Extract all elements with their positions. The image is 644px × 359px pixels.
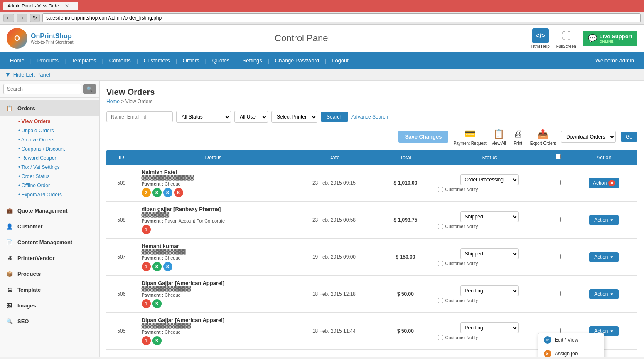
order-details-505: Dipan Gajjar [American Apparel] ▓▓▓▓▓▓▓▓… <box>137 313 290 350</box>
nav-orders[interactable]: Orders <box>177 52 205 69</box>
sidebar-item-content-management[interactable]: 📄 Content Management <box>0 234 99 250</box>
order-date-508: 23 Feb. 2015 00:58 <box>290 202 378 239</box>
icon-s7[interactable]: S <box>152 336 162 345</box>
customer-notify-509: Customer Notify <box>438 187 540 192</box>
sidebar-reward-coupon[interactable]: • Reward Coupon <box>15 154 99 163</box>
action-btn-509[interactable]: Action ✕ <box>589 178 619 188</box>
download-select[interactable]: Download Orders <box>561 131 616 143</box>
select-row-509[interactable] <box>556 180 561 185</box>
fullscreen-icon: ⛶ <box>558 28 575 43</box>
notify-check-505[interactable] <box>438 335 443 340</box>
sidebar-item-products[interactable]: 📦 Products <box>0 266 99 282</box>
th-details: Details <box>137 150 290 165</box>
sidebar-archive-orders[interactable]: • Archive Orders <box>15 135 99 144</box>
sidebar-item-quote-management[interactable]: 💼 Quote Management <box>0 203 99 218</box>
tab-close-btn[interactable]: ✕ <box>65 3 69 9</box>
export-orders-btn[interactable]: 📤 Export Orders <box>530 128 556 146</box>
panel-bar[interactable]: ▼ Hide Left Panel <box>0 69 644 81</box>
nav-change-password[interactable]: Change Password <box>269 52 325 69</box>
breadcrumb-home[interactable]: Home <box>106 99 120 104</box>
dropdown-edit-view[interactable]: ✏ Edit / View <box>538 333 604 347</box>
filter-search-btn[interactable]: Search <box>321 112 348 122</box>
view-all-btn[interactable]: 📋 View All <box>492 128 506 146</box>
icon-s6[interactable]: S <box>152 299 162 308</box>
view-all-label: View All <box>492 141 506 146</box>
address-bar[interactable] <box>42 13 641 22</box>
go-btn[interactable]: Go <box>621 132 637 142</box>
sidebar-unpaid-orders[interactable]: • Unpaid Orders <box>15 126 99 135</box>
status-select-505[interactable]: Order Processing Shipped Pending Complet… <box>460 322 519 333</box>
order-details-508: dipan gajjar [Ranbaxy Pharma] ▓▓▓▓▓▓▓▓▓▓… <box>137 202 290 239</box>
filter-user-select[interactable]: All User <box>234 111 268 123</box>
nav-products[interactable]: Products <box>32 52 64 69</box>
sidebar-coupons-discount[interactable]: • Coupons / Discount <box>15 144 99 154</box>
nav-contents[interactable]: Contents <box>103 52 137 69</box>
nav-customers[interactable]: Customers <box>138 52 176 69</box>
sidebar-item-template[interactable]: 🗂 Template <box>0 282 99 297</box>
sidebar-offline-order[interactable]: • Offline Order <box>15 181 99 190</box>
status-select-506[interactable]: Order Processing Shipped Pending Complet… <box>460 285 519 296</box>
advance-search-link[interactable]: Advance Search <box>351 114 388 120</box>
fullscreen-btn[interactable]: ⛶ FullScreen <box>556 28 576 49</box>
icon-1b[interactable]: 1 <box>142 262 151 271</box>
sidebar-tax-vat[interactable]: • Tax / Vat Settings <box>15 163 99 172</box>
icon-s1[interactable]: S <box>152 188 162 197</box>
select-all-checkbox[interactable] <box>556 154 561 159</box>
nav-settings[interactable]: Settings <box>237 52 268 69</box>
icon-s2[interactable]: S <box>163 188 172 197</box>
action-btn-507[interactable]: Action ▼ <box>589 252 619 262</box>
select-row-508[interactable] <box>556 217 561 222</box>
action-btn-508[interactable]: Action ▼ <box>589 215 619 225</box>
action-btn-506[interactable]: Action ▼ <box>589 289 619 299</box>
filter-printer-select[interactable]: Select Printer <box>271 111 317 123</box>
notify-check-507[interactable] <box>438 261 443 266</box>
notify-check-509[interactable] <box>438 187 443 192</box>
header-tools: </> Html Help ⛶ FullScreen 💬 Live Suppor… <box>531 28 637 49</box>
sidebar-order-status[interactable]: • Order Status <box>15 172 99 181</box>
icon-1c[interactable]: 1 <box>142 299 151 308</box>
icon-1d[interactable]: 1 <box>142 336 151 345</box>
icon-s5[interactable]: S <box>163 262 172 271</box>
filter-bar: All Status Order Processing Shipped Pend… <box>106 111 637 123</box>
sidebar-export-api[interactable]: • Export/API Orders <box>15 190 99 199</box>
sidebar-view-orders[interactable]: • View Orders <box>15 117 99 126</box>
print-btn[interactable]: 🖨 Print <box>511 128 525 146</box>
save-changes-btn[interactable]: Save Changes <box>398 131 449 143</box>
nav-quotes[interactable]: Quotes <box>206 52 236 69</box>
th-total: Total <box>378 150 433 165</box>
search-input[interactable] <box>3 84 81 94</box>
status-select-509[interactable]: Order Processing Shipped Pending Complet… <box>460 174 519 185</box>
sidebar-item-seo[interactable]: 🔍 SEO <box>0 313 99 329</box>
nav-templates[interactable]: Templates <box>66 52 102 69</box>
sidebar-seo-label: SEO <box>17 318 29 324</box>
forward-btn[interactable]: → <box>17 14 27 22</box>
icon-s3[interactable]: S <box>174 188 183 197</box>
filter-status-select[interactable]: All Status Order Processing Shipped Pend… <box>176 111 231 123</box>
browser-tab[interactable]: Admin Panel - View Orde... ✕ <box>3 2 78 10</box>
notify-check-508[interactable] <box>438 224 443 229</box>
select-row-506[interactable] <box>556 291 561 296</box>
nav-logout[interactable]: Logout <box>326 52 354 69</box>
status-select-507[interactable]: Order Processing Shipped Pending Complet… <box>460 248 519 259</box>
order-details-506: Dipan Gajjar [American Apparel] ▓▓▓▓▓▓▓▓… <box>137 276 290 313</box>
notify-check-506[interactable] <box>438 298 443 303</box>
refresh-btn[interactable]: ↻ <box>30 14 40 22</box>
icon-s4[interactable]: S <box>152 262 162 271</box>
filter-name-input[interactable] <box>106 111 173 122</box>
status-select-508[interactable]: Order Processing Shipped Pending Complet… <box>460 211 519 222</box>
sidebar-item-images[interactable]: 🖼 Images <box>0 297 99 313</box>
html-help-btn[interactable]: </> Html Help <box>531 28 550 49</box>
dropdown-assign-job[interactable]: ➤ Assign job <box>538 347 604 357</box>
back-btn[interactable]: ← <box>3 14 14 22</box>
sidebar-item-orders[interactable]: 📋 Orders <box>0 100 99 116</box>
icon-1[interactable]: 1 <box>142 225 151 234</box>
icon-2[interactable]: 2 <box>142 188 151 197</box>
select-row-507[interactable] <box>556 254 561 259</box>
search-submit-btn[interactable]: 🔍 <box>83 84 96 94</box>
live-support-btn[interactable]: 💬 Live Support ONLINE <box>583 31 637 46</box>
sidebar-item-printer-vendor[interactable]: 🖨 Printer/Vendor <box>0 250 99 266</box>
sidebar-item-customer[interactable]: 👤 Customer <box>0 218 99 234</box>
payment-request-btn[interactable]: 💳 Payment Request <box>453 128 487 146</box>
logo-brand: OnPrintShop <box>31 32 74 40</box>
nav-home[interactable]: Home <box>4 52 30 69</box>
